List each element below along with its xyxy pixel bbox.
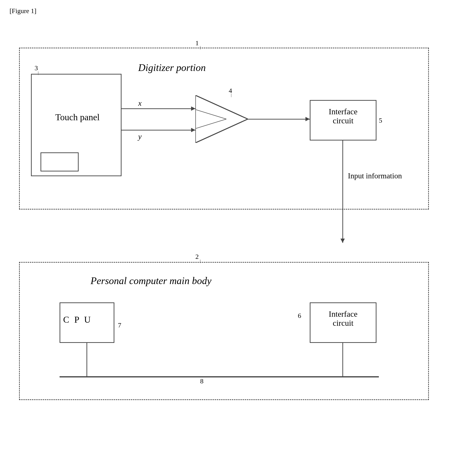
label-x: x — [138, 99, 142, 108]
interface-circuit-5-label: Interface circuit — [312, 107, 374, 125]
touch-panel-inner — [41, 153, 79, 171]
ref-2-line — [200, 260, 200, 263]
cpu-label: C P U — [63, 314, 92, 325]
svg-line-1 — [195, 110, 226, 119]
ref-3-line — [38, 71, 38, 75]
svg-line-2 — [195, 119, 226, 128]
ref-1-line — [200, 46, 200, 50]
ref-7: 7 — [118, 322, 121, 329]
ref-8: 8 — [200, 377, 204, 385]
arrow-tri-to-interface5 — [248, 119, 310, 119]
interface-6-line2: circuit — [333, 319, 354, 327]
mux-triangle — [195, 95, 248, 143]
arrow-y — [121, 130, 195, 130]
ref-6: 6 — [298, 312, 301, 320]
cpu-to-bus-line — [86, 343, 87, 377]
bus-line — [60, 376, 379, 377]
ref-2: 2 — [195, 253, 199, 261]
digitizer-label: Digitizer portion — [138, 62, 206, 73]
interface-5-line1: Interface — [329, 107, 358, 116]
ref-4: 4 — [229, 87, 232, 94]
line-down-input-info — [342, 140, 343, 243]
touch-panel-label: Touch panel — [37, 112, 118, 122]
input-info-label: Input information — [348, 171, 402, 180]
ref-5: 5 — [379, 117, 382, 124]
interface-6-line1: Interface — [329, 310, 358, 318]
figure-label: [Figure 1] — [9, 7, 36, 15]
pc-label: Personal computer main body — [91, 275, 211, 287]
ref-3: 3 — [34, 64, 38, 72]
label-y: y — [138, 132, 142, 141]
ref-4-line — [231, 94, 231, 97]
interface-circuit-6-label: Interface circuit — [312, 310, 374, 328]
svg-marker-0 — [195, 95, 248, 143]
arrow-x — [121, 108, 195, 109]
if6-to-bus-line — [342, 343, 343, 377]
ref-1: 1 — [195, 39, 199, 47]
interface-5-line2: circuit — [333, 116, 354, 125]
